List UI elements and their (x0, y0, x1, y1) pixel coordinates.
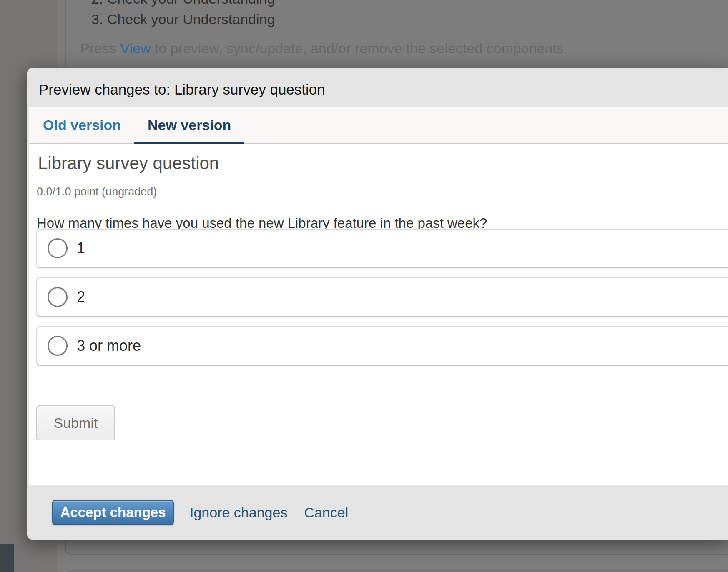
option-label: 2 (77, 288, 85, 306)
list-item: 3. Check your Understanding (91, 9, 275, 30)
modal-footer: Accept changes Ignore changes Cancel (27, 485, 728, 540)
view-link[interactable]: View (120, 40, 151, 56)
tab-new-version[interactable]: New version (134, 107, 244, 143)
modal-title: Preview changes to: Library survey quest… (39, 81, 325, 98)
option-card[interactable]: 1 (36, 229, 728, 268)
dimmed-next-panel-outline (65, 570, 728, 572)
modal-window: Old version New version Library survey q… (29, 107, 728, 485)
preview-changes-modal: Preview changes to: Library survey quest… (27, 68, 728, 540)
option-card[interactable]: 3 or more (36, 326, 728, 366)
version-tabbar: Old version New version (29, 107, 728, 144)
tab-old-version[interactable]: Old version (30, 107, 134, 143)
question-heading: Library survey question (38, 153, 219, 173)
hint-suffix: to preview, sync/update, and/or remove t… (151, 40, 567, 56)
option-label: 3 or more (77, 337, 141, 355)
background-hint-text: Press View to preview, sync/update, and/… (80, 40, 567, 57)
radio-icon[interactable] (48, 336, 68, 356)
submit-button[interactable]: Submit (36, 405, 115, 440)
ignore-changes-link[interactable]: Ignore changes (190, 505, 287, 521)
option-label: 1 (77, 240, 85, 257)
option-card[interactable]: 2 (36, 277, 728, 317)
answer-options: 1 2 3 or more (36, 229, 728, 375)
dimmed-corner-element (0, 544, 14, 572)
hint-prefix: Press (80, 40, 120, 56)
cancel-link[interactable]: Cancel (304, 505, 348, 521)
accept-changes-button[interactable]: Accept changes (52, 500, 174, 525)
question-preview-content: Library survey question 0.0/1.0 point (u… (29, 144, 728, 485)
background-component-list: 2. Check your Understanding 3. Check you… (91, 0, 275, 30)
question-points: 0.0/1.0 point (ungraded) (37, 185, 157, 198)
radio-icon[interactable] (48, 287, 68, 307)
radio-icon[interactable] (48, 238, 68, 258)
list-item: 2. Check your Understanding (91, 0, 275, 9)
